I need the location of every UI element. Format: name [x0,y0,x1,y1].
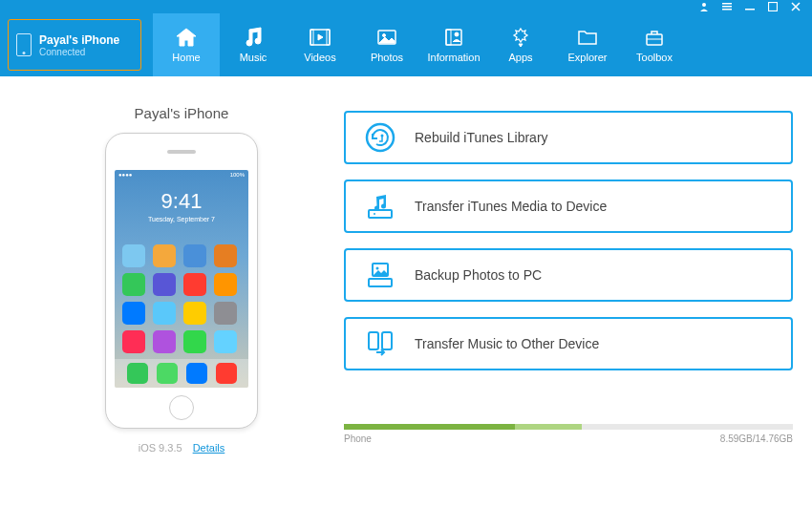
phone-screen: ●●●●100% 9:41 Tuesday, September 7 [115,170,248,389]
phone-clock: 9:41 [115,189,248,214]
transfer-music-icon [363,327,397,361]
user-icon[interactable] [697,0,711,13]
svg-point-15 [367,124,394,151]
details-link[interactable]: Details [193,442,225,454]
minimize-icon[interactable] [743,0,757,13]
menu-icon[interactable] [720,0,734,13]
ios-version: iOS 9.3.5 [139,442,182,454]
nav-explorer[interactable]: Explorer [554,13,621,76]
nav-label: Home [172,52,200,63]
svg-rect-1 [722,3,732,5]
titlebar [0,0,812,13]
nav-label: Videos [304,52,335,63]
svg-point-21 [376,267,379,270]
toolbox-icon [642,27,667,48]
nav-toolbox[interactable]: Toolbox [621,13,688,76]
phone-icon [16,33,32,56]
svg-rect-22 [369,332,378,349]
nav-videos[interactable]: Videos [287,13,353,76]
storage: Phone 8.59GB/14.76GB [344,424,793,444]
dock-app-icon [186,363,207,384]
header: Payal's iPhone Connected HomeMusicVideos… [0,13,812,76]
nav-label: Music [240,52,267,63]
svg-rect-5 [769,3,778,11]
svg-rect-19 [369,279,392,286]
actions-panel: Rebuild iTunes LibraryTransfer iTunes Me… [344,105,793,497]
music-icon [241,27,266,48]
action-label: Rebuild iTunes Library [415,130,548,145]
home-icon [174,27,199,48]
phone-date: Tuesday, September 7 [115,216,248,222]
nav-music[interactable]: Music [220,13,287,76]
app-icon [214,302,237,325]
transfer-media-button[interactable]: Transfer iTunes Media to Device [344,180,793,233]
nav-label: Toolbox [636,52,673,63]
apps-icon [508,27,533,48]
storage-bar [344,424,793,430]
phone-speaker [167,150,196,154]
svg-point-18 [374,213,375,215]
transfer-music-button[interactable]: Transfer Music to Other Device [344,317,793,370]
svg-rect-17 [369,210,392,218]
storage-label: Phone [344,433,372,444]
svg-rect-3 [722,9,732,11]
phone-home-button [169,395,194,420]
app-icon [183,273,206,296]
app-icon [214,273,237,296]
nav-information[interactable]: Information [420,13,487,76]
storage-used: 8.59GB/14.76GB [720,433,793,444]
nav-apps[interactable]: Apps [487,13,554,76]
action-label: Backup Photos to PC [415,267,542,283]
svg-rect-23 [382,332,392,349]
phone-preview: ●●●●100% 9:41 Tuesday, September 7 [105,133,258,429]
svg-rect-2 [722,6,732,8]
app-icon [122,330,145,353]
maximize-icon[interactable] [766,0,780,13]
video-icon [308,27,332,48]
info-icon [441,27,466,48]
app-icon [183,302,206,325]
close-icon[interactable] [789,0,802,13]
nav-label: Information [427,52,480,63]
app-icon [122,273,145,296]
device-badge[interactable]: Payal's iPhone Connected [8,19,141,71]
app-icon [122,302,145,325]
dock-app-icon [216,363,237,384]
nav-home[interactable]: Home [153,13,220,76]
folder-icon [575,27,600,48]
app-icon [183,330,206,353]
device-name: Payal's iPhone [39,33,119,47]
main: Payal's iPhone ●●●●100% 9:41 Tuesday, Se… [0,76,812,507]
dock-app-icon [127,363,148,384]
nav-photos[interactable]: Photos [353,13,420,76]
device-title: Payal's iPhone [135,105,229,121]
app-icon [153,330,176,353]
nav-label: Explorer [568,52,608,63]
action-label: Transfer Music to Other Device [415,336,599,351]
app-icon [153,302,176,325]
backup-photos-button[interactable]: Backup Photos to PC [344,248,793,302]
svg-point-0 [702,3,706,7]
transfer-media-icon [363,189,397,223]
svg-rect-7 [310,30,313,45]
nav: HomeMusicVideosPhotosInformationAppsExpl… [153,13,688,76]
svg-rect-8 [327,30,330,45]
photo-icon [374,27,399,48]
rebuild-button[interactable]: Rebuild iTunes Library [344,111,793,164]
backup-photos-icon [363,258,397,292]
app-icon [214,330,237,353]
svg-point-10 [383,34,386,37]
dock-app-icon [157,363,178,384]
app-icon [153,244,176,267]
rebuild-icon [363,120,397,155]
app-icon [153,273,176,296]
svg-rect-11 [446,30,461,45]
nav-label: Apps [508,52,532,63]
app-icon [183,244,206,267]
device-panel: Payal's iPhone ●●●●100% 9:41 Tuesday, Se… [19,105,344,497]
app-icon [122,244,145,267]
action-label: Transfer iTunes Media to Device [415,199,607,214]
nav-label: Photos [371,52,403,63]
svg-rect-4 [745,9,755,11]
device-status: Connected [39,47,119,57]
